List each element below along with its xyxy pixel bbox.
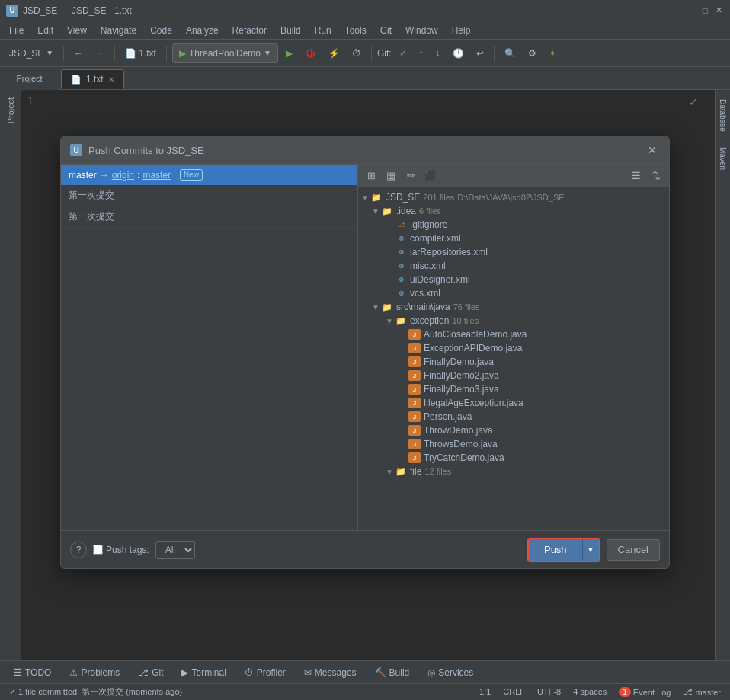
menu-view[interactable]: View <box>61 24 93 37</box>
position-status[interactable]: 1:1 <box>476 687 494 696</box>
cancel-button[interactable]: Cancel <box>607 539 660 561</box>
tree-jar-repos[interactable]: ⚙ jarRepositories.xml <box>358 245 669 259</box>
push-button[interactable]: Push <box>529 539 582 561</box>
menu-tools[interactable]: Tools <box>339 24 373 37</box>
fd3-java-icon: J <box>408 384 421 395</box>
tree-illegal-age[interactable]: J IllegalAgeException.java <box>358 396 669 410</box>
tree-throws-demo[interactable]: J ThrowsDemo.java <box>358 437 669 451</box>
remote-label[interactable]: origin <box>112 170 134 181</box>
menu-refactor[interactable]: Refactor <box>226 24 273 37</box>
file-icon: 📄 <box>125 48 136 59</box>
run-config-icon: ▶ <box>179 48 186 59</box>
tab-messages[interactable]: ✉ Messages <box>296 663 364 682</box>
tree-root[interactable]: ▼ 📁 JSD_SE 201 files D:\Data\JAVA\jsd02\… <box>358 190 669 204</box>
tab-todo[interactable]: ☰ TODO <box>6 663 59 682</box>
coverage-button[interactable]: ⚡ <box>324 43 344 63</box>
menu-window[interactable]: Window <box>399 24 444 37</box>
tab-profiler[interactable]: ⏱ Profiler <box>237 663 293 682</box>
project-select-btn[interactable]: JSD_SE ▼ <box>5 43 58 63</box>
tree-ui-designer[interactable]: ⚙ uiDesigner.xml <box>358 273 669 286</box>
tree-finally-demo3[interactable]: J FinallyDemo3.java <box>358 382 669 396</box>
problems-label: Problems <box>81 667 120 678</box>
tree-src-main-java[interactable]: ▼ 📁 src\main\java 76 files <box>358 300 669 314</box>
tree-exception-folder[interactable]: ▼ 📁 exception 10 files <box>358 314 669 328</box>
forward-button[interactable]: → <box>91 43 109 63</box>
settings-button[interactable]: ⚙ <box>523 43 541 63</box>
profile-button[interactable]: ⏱ <box>347 43 366 63</box>
sort-button[interactable]: ⇅ <box>648 168 664 184</box>
event-log-status[interactable]: 1 Event Log <box>616 687 674 697</box>
tree-try-catch[interactable]: J TryCatchDemo.java <box>358 451 669 465</box>
close-button[interactable]: ✕ <box>713 5 724 16</box>
expand-all-button[interactable]: ⊞ <box>363 168 379 184</box>
tree-gitignore[interactable]: ⎇ .gitignore <box>358 218 669 232</box>
tree-vcs-xml[interactable]: ⚙ vcs.xml <box>358 286 669 300</box>
run-config-dropdown[interactable]: ▶ ThreadPoolDemo ▼ <box>172 43 278 63</box>
debug-button[interactable]: 🐞 <box>300 43 321 63</box>
grid-view-button[interactable]: ▦ <box>383 168 399 184</box>
file-btn[interactable]: 📄 1.txt <box>120 43 161 63</box>
commit-icon: ✓ <box>9 687 16 697</box>
tree-finally-demo[interactable]: J FinallyDemo.java <box>358 355 669 369</box>
vcs-label: vcs.xml <box>410 288 440 299</box>
tree-exception-api[interactable]: J ExceptionAPIDemo.java <box>358 341 669 355</box>
search-everywhere-button[interactable]: 🔍 <box>500 43 520 63</box>
maximize-button[interactable]: □ <box>700 5 710 16</box>
menu-build[interactable]: Build <box>274 24 307 37</box>
line-ending-status[interactable]: CRLF <box>500 687 528 696</box>
menu-navigate[interactable]: Navigate <box>94 24 142 37</box>
git-rollback-button[interactable]: ↩ <box>472 43 488 63</box>
tree-throw-demo[interactable]: J ThrowDemo.java <box>358 424 669 437</box>
vcs-status[interactable]: ✓ 1 file committed: 第一次提交 (moments ago) <box>6 684 185 700</box>
tab-build[interactable]: 🔨 Build <box>367 663 418 682</box>
indent-status[interactable]: 4 spaces <box>570 687 610 696</box>
git-pull-button[interactable]: ↓ <box>431 43 445 63</box>
menu-git[interactable]: Git <box>374 24 398 37</box>
menu-analyze[interactable]: Analyze <box>180 24 225 37</box>
minimize-button[interactable]: ─ <box>686 5 696 16</box>
fd-label: FinallyDemo.java <box>424 356 494 367</box>
tab-services[interactable]: ◎ Services <box>420 663 481 682</box>
push-dropdown-button[interactable]: ▼ <box>582 539 599 561</box>
tree-file-folder[interactable]: ▼ 📁 file 12 files <box>358 465 669 478</box>
remote-branch-label[interactable]: master <box>142 170 171 181</box>
tree-finally-demo2[interactable]: J FinallyDemo2.java <box>358 369 669 382</box>
tab-git[interactable]: ⎇ Git <box>130 663 171 682</box>
help-button[interactable]: ? <box>70 542 87 558</box>
tab-terminal[interactable]: ▶ Terminal <box>174 663 233 682</box>
push-button-group: Push ▼ <box>527 538 600 562</box>
tree-person[interactable]: J Person.java <box>358 410 669 424</box>
file-label: 1.txt <box>139 48 156 59</box>
commit-item-2[interactable]: 第一次提交 <box>61 206 357 228</box>
menu-edit[interactable]: Edit <box>31 24 59 37</box>
menu-file[interactable]: File <box>3 24 30 37</box>
menu-run[interactable]: Run <box>309 24 338 37</box>
file-tree[interactable]: ▼ 📁 JSD_SE 201 files D:\Data\JAVA\jsd02\… <box>358 187 669 530</box>
dialog-close-button[interactable]: ✕ <box>645 142 660 158</box>
git-check-button[interactable]: ✓ <box>395 43 411 63</box>
run-button[interactable]: ▶ <box>281 43 297 63</box>
file-folder-icon: 📁 <box>395 466 407 477</box>
help-ai-button[interactable]: ✦ <box>544 43 561 63</box>
tree-compiler-xml[interactable]: ⚙ compiler.xml <box>358 232 669 245</box>
terminal-button[interactable]: ⬛ <box>422 168 439 184</box>
commit-item-1[interactable]: 第一次提交 <box>61 185 357 206</box>
tab-problems[interactable]: ⚠ Problems <box>62 663 127 682</box>
encoding-status[interactable]: UTF-8 <box>534 687 564 696</box>
back-button[interactable]: ← <box>69 43 88 63</box>
tree-misc-xml[interactable]: ⚙ misc.xml <box>358 259 669 273</box>
tree-idea-folder[interactable]: ▼ 📁 .idea 6 files <box>358 204 669 218</box>
branch-status[interactable]: ⎇ master <box>680 687 724 697</box>
tab-close-button[interactable]: ✕ <box>108 75 114 84</box>
filter-button[interactable]: ☰ <box>628 168 645 184</box>
push-tags-checkbox[interactable] <box>93 545 103 555</box>
tree-autocloseable[interactable]: J AutoCloseableDemo.java <box>358 328 669 341</box>
git-history-button[interactable]: 🕐 <box>448 43 469 63</box>
edit-button[interactable]: ✏ <box>402 168 419 184</box>
tags-dropdown[interactable]: All <box>155 541 195 559</box>
menu-code[interactable]: Code <box>144 24 178 37</box>
tds-label: ThrowsDemo.java <box>424 439 498 449</box>
tab-1txt[interactable]: 📄 1.txt ✕ <box>61 69 124 89</box>
menu-help[interactable]: Help <box>446 24 477 37</box>
git-push-button[interactable]: ↑ <box>415 43 428 63</box>
